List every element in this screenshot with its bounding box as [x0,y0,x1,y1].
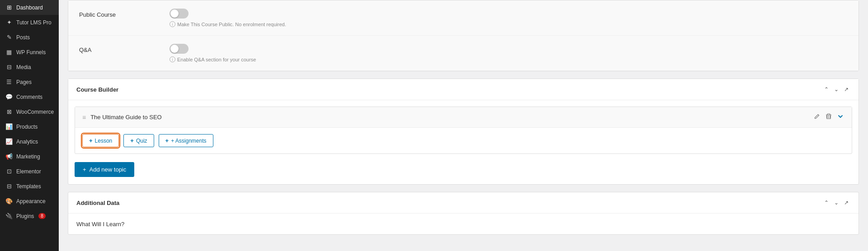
additional-data-controls: ⌃ ⌄ ↗ [822,199,850,207]
sidebar-item-pages[interactable]: ☰ Pages [0,74,59,89]
additional-data-body: What Will I Learn? [68,214,859,234]
additional-collapse-up[interactable]: ⌃ [822,199,830,207]
pages-icon: ☰ [5,79,13,85]
plugins-badge: 8 [38,213,46,219]
add-topic-label: Add new topic [90,166,127,173]
toggle-track-qna[interactable] [170,44,189,54]
info-icon-qna: i [170,56,175,62]
topic-edit-button[interactable] [813,112,821,122]
add-topic-wrap: + Add new topic [68,160,859,184]
sidebar-item-label: Elementor [16,168,41,175]
additional-data-card: Additional Data ⌃ ⌄ ↗ What Will I Learn? [68,192,859,235]
products-icon: 📊 [5,123,13,130]
dashboard-icon: ⊞ [5,4,13,11]
sidebar-item-tutor-lms-pro[interactable]: ✦ Tutor LMS Pro [0,15,59,30]
sidebar-item-wp-funnels[interactable]: ▦ WP Funnels [0,45,59,60]
public-course-section: Public Course i Make This Course Public.… [68,0,859,36]
posts-icon: ✎ [5,34,13,41]
templates-icon: ⊟ [5,183,13,190]
sidebar-item-elementor[interactable]: ⊡ Elementor [0,164,59,179]
analytics-icon: 📈 [5,138,13,145]
plugins-icon: 🔌 [5,213,13,219]
public-course-hint: i Make This Course Public. No enrolment … [170,21,286,27]
sidebar-item-marketing[interactable]: 📢 Marketing [0,149,59,164]
qna-section: Q&A i Enable Q&A section for your course [68,36,859,71]
toggle-track[interactable] [170,9,189,19]
sidebar: ⊞ Dashboard ✦ Tutor LMS Pro ✎ Posts ▦ WP… [0,0,59,251]
main-content: Public Course i Make This Course Public.… [59,0,868,251]
additional-data-title: Additional Data [76,200,119,206]
sidebar-item-label: Appearance [16,198,46,205]
course-builder-controls: ⌃ ⌄ ↗ [822,85,850,93]
sidebar-item-posts[interactable]: ✎ Posts [0,30,59,45]
marketing-icon: 📢 [5,153,13,160]
additional-collapse-down[interactable]: ⌄ [832,199,840,207]
topic-chevron-button[interactable] [836,112,844,122]
topic-card: ≡ The Ultimate Guide to SEO [75,107,852,154]
info-icon: i [170,21,175,27]
elementor-icon: ⊡ [5,168,13,175]
sidebar-item-comments[interactable]: 💬 Comments [0,89,59,104]
appearance-icon: 🎨 [5,198,13,205]
sidebar-item-dashboard[interactable]: ⊞ Dashboard [0,0,59,15]
qna-label: Q&A [79,44,160,53]
quiz-label: Quiz [136,138,147,144]
svg-rect-0 [826,115,831,115]
sidebar-item-appearance[interactable]: 🎨 Appearance [0,194,59,209]
assignments-label: + Assignments [171,138,206,144]
plus-icon-quiz: + [130,137,134,144]
qna-toggle[interactable] [170,44,189,54]
sidebar-item-label: Posts [16,34,30,41]
sidebar-item-label: Comments [16,94,42,100]
add-topic-icon: + [83,166,86,173]
comments-icon: 💬 [5,93,13,100]
sidebar-item-label: Analytics [16,139,38,145]
drag-handle-icon[interactable]: ≡ [82,114,86,121]
sidebar-item-woocommerce[interactable]: ⊠ WooCommerce [0,104,59,119]
sidebar-item-label: Tutor LMS Pro [16,19,52,26]
sidebar-item-label: Marketing [16,153,40,160]
additional-expand[interactable]: ↗ [842,199,850,207]
plus-icon: + [89,137,93,144]
topic-buttons: + Lesson + Quiz + + Assignments [75,128,852,153]
wp-funnels-icon: ▦ [5,49,13,56]
add-lesson-button[interactable]: + Lesson [82,134,119,147]
public-course-label: Public Course [79,9,160,18]
add-quiz-button[interactable]: + Quiz [123,134,154,147]
sidebar-item-label: Templates [16,183,41,190]
course-builder-card: Course Builder ⌃ ⌄ ↗ ≡ The Ultimate Guid… [68,79,859,185]
media-icon: ⊟ [5,64,13,70]
sidebar-item-analytics[interactable]: 📈 Analytics [0,134,59,149]
sidebar-item-media[interactable]: ⊟ Media [0,60,59,74]
additional-data-header: Additional Data ⌃ ⌄ ↗ [68,192,859,214]
woocommerce-icon: ⊠ [5,108,13,115]
add-new-topic-button[interactable]: + Add new topic [75,162,134,177]
sidebar-item-label: Dashboard [16,5,43,11]
sidebar-item-products[interactable]: 📊 Products [0,119,59,134]
topic-header: ≡ The Ultimate Guide to SEO [75,107,852,128]
topic-delete-button[interactable] [825,112,833,122]
svg-rect-2 [828,116,829,118]
what-will-i-learn-label: What Will I Learn? [76,221,124,228]
sidebar-item-label: WP Funnels [16,49,46,56]
sidebar-item-label: WooCommerce [16,109,54,115]
topic-actions [813,112,844,122]
expand-button[interactable]: ↗ [842,85,850,93]
topic-title: The Ultimate Guide to SEO [90,114,162,121]
lesson-label: Lesson [95,138,113,144]
sidebar-item-templates[interactable]: ⊟ Templates [0,179,59,194]
collapse-up-button[interactable]: ⌃ [822,85,830,93]
sidebar-item-label: Pages [16,79,32,85]
topic-title-wrap: ≡ The Ultimate Guide to SEO [82,114,162,121]
sidebar-item-label: Media [16,64,31,70]
sidebar-item-plugins[interactable]: 🔌 Plugins 8 [0,209,59,223]
course-builder-header: Course Builder ⌃ ⌄ ↗ [68,79,859,100]
tutor-lms-icon: ✦ [5,19,13,26]
collapse-down-button[interactable]: ⌄ [832,85,840,93]
sidebar-item-label: Products [16,124,38,130]
settings-card: Public Course i Make This Course Public.… [68,0,859,71]
course-builder-title: Course Builder [76,86,118,93]
public-course-toggle[interactable] [170,9,189,19]
plus-icon-assignments: + [165,137,169,144]
add-assignments-button[interactable]: + + Assignments [159,134,213,147]
